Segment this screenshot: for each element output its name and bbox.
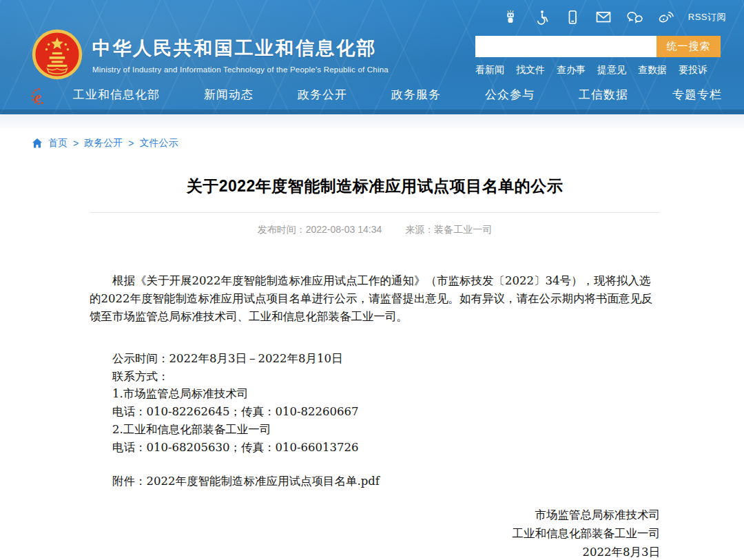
quick-link-services[interactable]: 查办事 (557, 64, 586, 76)
national-emblem-icon (32, 29, 83, 80)
wechat-icon[interactable] (626, 9, 643, 25)
svg-text:e: e (34, 89, 41, 105)
article-meta: 发布时间：2022-08-03 14:34 来源：装备工业一司 (90, 224, 660, 236)
announcement-period-line: 公示时间：2022年8月3日－2022年8月10日 (112, 350, 660, 368)
unified-search-button[interactable]: 统一搜索 (657, 36, 721, 57)
contact-org1-line: 1.市场监管总局标准技术司 (112, 385, 660, 403)
article-paragraph: 根据《关于开展2022年度智能制造标准应用试点工作的通知》（市监标技发〔2022… (90, 272, 660, 326)
quick-link-complaint[interactable]: 要投诉 (679, 64, 707, 76)
search-input[interactable] (475, 36, 657, 57)
article-title: 关于2022年度智能制造标准应用试点项目名单的公示 (90, 176, 660, 213)
breadcrumb-separator: > (128, 138, 134, 149)
article: 关于2022年度智能制造标准应用试点项目名单的公示 发布时间：2022-08-0… (90, 176, 660, 560)
quick-links: 看新闻 找文件 查办事 提意见 查数据 要投诉 (475, 64, 721, 76)
nav-item-miit-data[interactable]: 工信数据 (579, 87, 628, 103)
accessibility-icon[interactable] (533, 9, 550, 25)
nav-item-news[interactable]: 新闻动态 (204, 87, 254, 103)
mobile-icon[interactable] (564, 9, 581, 25)
weibo-icon[interactable] (657, 9, 674, 25)
attachment-link[interactable]: 附件：2022年度智能制造标准应用试点项目名单.pdf (90, 473, 660, 490)
site-logo[interactable]: 中华人民共和国工业和信息化部 Ministry of Industry and … (32, 29, 389, 80)
quick-link-suggest[interactable]: 提意见 (597, 64, 626, 76)
main-nav: e 工业和信息化部 新闻动态 政务公开 政务服务 公众参与 工信数据 专题专栏 (0, 83, 744, 110)
egov-e-icon: e (29, 85, 52, 108)
quick-link-news[interactable]: 看新闻 (475, 64, 504, 76)
nav-item-public-participation[interactable]: 公众参与 (485, 87, 535, 103)
breadcrumb-home[interactable]: 首页 (48, 137, 68, 149)
breadcrumb-gov-openness[interactable]: 政务公开 (84, 137, 123, 149)
signature-date: 2022年8月3日 (90, 543, 660, 560)
contact-label-line: 联系方式： (112, 368, 660, 386)
contact-phone1-line: 电话：010-82262645；传真：010-82260667 (112, 403, 660, 421)
nav-item-special-topics[interactable]: 专题专栏 (672, 87, 722, 103)
rss-subscribe-link[interactable]: RSS订阅 (688, 11, 726, 23)
nav-item-miit[interactable]: 工业和信息化部 (73, 87, 160, 103)
article-body: 根据《关于开展2022年度智能制造标准应用试点工作的通知》（市监标技发〔2022… (90, 272, 660, 560)
breadcrumb-separator: > (73, 138, 79, 149)
publish-time: 发布时间：2022-08-03 14:34 (258, 224, 382, 236)
utility-bar: RSS订阅 (502, 9, 726, 25)
nav-items: 工业和信息化部 新闻动态 政务公开 政务服务 公众参与 工信数据 专题专栏 (73, 87, 722, 103)
signature-block: 市场监管总局标准技术司 工业和信息化部装备工业一司 2022年8月3日 (90, 506, 660, 560)
breadcrumb-file-announcements[interactable]: 文件公示 (139, 137, 178, 149)
contact-org2-line: 2.工业和信息化部装备工业一司 (112, 421, 660, 439)
site-subtitle: Ministry of Industry and Information Tec… (92, 65, 389, 74)
mascot-icon[interactable] (502, 9, 519, 25)
signature-org2: 工业和信息化部装备工业一司 (90, 524, 660, 543)
nav-item-gov-openness[interactable]: 政务公开 (298, 87, 347, 103)
quick-link-data[interactable]: 查数据 (638, 64, 667, 76)
breadcrumb: 首页 > 政务公开 > 文件公示 (32, 137, 744, 149)
contact-phone2-line: 电话：010-68205630；传真：010-66013726 (112, 439, 660, 457)
search-area: 统一搜索 看新闻 找文件 查办事 提意见 查数据 要投诉 (475, 36, 721, 76)
mail-icon[interactable] (595, 9, 612, 25)
home-icon[interactable] (32, 138, 43, 149)
header-shadow-band (0, 114, 744, 128)
signature-org1: 市场监管总局标准技术司 (90, 506, 660, 524)
quick-link-files[interactable]: 找文件 (516, 64, 545, 76)
site-title-block: 中华人民共和国工业和信息化部 Ministry of Industry and … (92, 36, 389, 74)
site-header: RSS订阅 中华人民共和国工业和信息化部 Ministry of Industr… (0, 0, 744, 114)
contact-block: 公示时间：2022年8月3日－2022年8月10日 联系方式： 1.市场监管总局… (90, 350, 660, 456)
site-title: 中华人民共和国工业和信息化部 (92, 36, 389, 61)
article-source: 来源：装备工业一司 (405, 224, 492, 236)
nav-item-gov-services[interactable]: 政务服务 (391, 87, 441, 103)
